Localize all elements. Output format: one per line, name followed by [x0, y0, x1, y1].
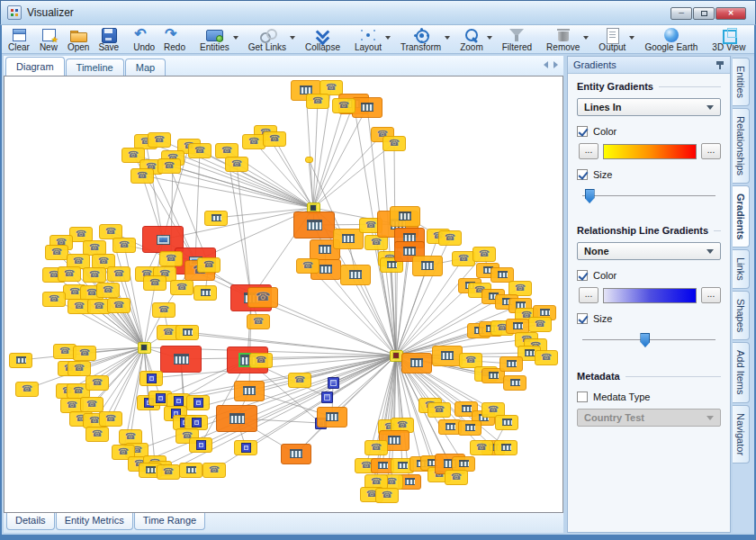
entity-gradient-combo[interactable]: Lines In: [577, 98, 721, 116]
entity-node[interactable]: [495, 415, 518, 430]
entity-node[interactable]: ☎: [528, 317, 552, 332]
side-tab-shapes[interactable]: Shapes: [733, 291, 750, 340]
entity-node[interactable]: ☎: [112, 238, 136, 253]
entity-node[interactable]: [401, 353, 432, 374]
entity-node[interactable]: [412, 256, 443, 276]
pin-icon[interactable]: [716, 60, 724, 70]
entity-node[interactable]: ☎: [296, 258, 320, 274]
entity-node[interactable]: [234, 440, 257, 455]
output-button[interactable]: Output: [594, 26, 634, 52]
filtered-button[interactable]: Filtered: [498, 26, 536, 52]
entity-gradient-start-color-button[interactable]: ...: [579, 143, 598, 159]
entity-node[interactable]: ☎: [143, 275, 166, 291]
maximize-button[interactable]: [693, 7, 715, 20]
entity-node[interactable]: ☎: [382, 136, 406, 151]
entity-node[interactable]: ☎: [263, 131, 286, 147]
relationship-size-checkbox[interactable]: [577, 313, 588, 324]
entity-node[interactable]: ☎: [107, 298, 130, 313]
entity-node[interactable]: ☎: [375, 488, 399, 503]
new-button[interactable]: New: [34, 26, 63, 52]
dropdown-arrow-icon[interactable]: [233, 36, 238, 40]
entity-node[interactable]: [160, 346, 202, 373]
tab-scroll-right-icon[interactable]: [554, 61, 558, 68]
entity-node[interactable]: ☎: [86, 427, 109, 442]
tab-timeline[interactable]: Timeline: [66, 58, 124, 76]
entity-node[interactable]: ☎: [288, 373, 311, 388]
entity-node[interactable]: [500, 356, 523, 372]
entity-node[interactable]: [9, 353, 32, 368]
entity-node[interactable]: [490, 267, 514, 283]
relationship-gradient-end-color-button[interactable]: ...: [701, 287, 721, 303]
entity-node[interactable]: ☎: [45, 245, 68, 260]
entity-node[interactable]: ☎: [158, 158, 181, 174]
dropdown-arrow-icon[interactable]: [445, 36, 450, 40]
relationship-gradient-combo[interactable]: None: [577, 242, 721, 260]
entity-node[interactable]: ☎: [364, 440, 388, 455]
entity-node[interactable]: [189, 437, 212, 453]
entity-node[interactable]: ☎: [472, 247, 496, 262]
side-tab-links[interactable]: Links: [733, 249, 750, 289]
entity-node[interactable]: ☎: [148, 132, 171, 148]
entity-node[interactable]: ☎: [249, 353, 273, 368]
entity-node[interactable]: ☎: [58, 266, 81, 282]
dropdown-arrow-icon[interactable]: [290, 36, 295, 40]
dropdown-arrow-icon[interactable]: [629, 36, 634, 40]
entity-node[interactable]: [452, 456, 475, 472]
entity-node[interactable]: ☎: [159, 251, 183, 266]
transform-button[interactable]: Transform: [396, 26, 450, 52]
entity-node[interactable]: [216, 405, 257, 432]
diagram-canvas[interactable]: ☎☎☎☎☎☎☎☎☎☎☎☎☎☎☎☎☎☎☎☎☎☎☎☎☎☎☎☎☎☎☎☎☎☎☎☎☎☎☎☎…: [4, 76, 563, 513]
redo-button[interactable]: ↷Redo: [159, 26, 190, 52]
entity-node[interactable]: ☎: [197, 257, 220, 273]
entity-node[interactable]: ☎: [152, 302, 176, 318]
entity-node[interactable]: [321, 392, 333, 403]
relationship-size-slider[interactable]: [580, 331, 717, 349]
entity-node[interactable]: ☎: [202, 463, 226, 478]
entity-node[interactable]: [281, 444, 311, 464]
entity-node[interactable]: ☎: [470, 440, 493, 455]
entity-node[interactable]: ☎: [83, 267, 106, 283]
metadata-type-checkbox[interactable]: [577, 392, 588, 402]
entity-node[interactable]: ☎: [119, 429, 142, 445]
3d-view-button[interactable]: 3D View: [707, 26, 750, 52]
open-button[interactable]: Open: [63, 26, 94, 52]
tab-diagram[interactable]: Diagram: [5, 57, 65, 76]
entity-node[interactable]: [340, 265, 371, 285]
layout-button[interactable]: Layout: [350, 26, 391, 52]
get-links-button[interactable]: Get Links: [244, 26, 295, 52]
entity-node[interactable]: ☎: [42, 292, 66, 307]
entity-node[interactable]: [293, 212, 335, 238]
entity-node[interactable]: ☎: [459, 353, 482, 368]
entity-node[interactable]: ☎: [107, 266, 130, 282]
entity-gradient-end-color-button[interactable]: ...: [701, 143, 721, 159]
entity-node[interactable]: ☎: [73, 346, 96, 361]
entity-node[interactable]: ☎: [247, 314, 270, 329]
entity-node[interactable]: [328, 377, 339, 389]
entity-node[interactable]: [186, 395, 210, 410]
relationship-gradient-start-color-button[interactable]: ...: [579, 287, 598, 303]
entity-node[interactable]: ☎: [80, 397, 104, 412]
entity-size-checkbox[interactable]: [577, 169, 588, 180]
google-earth-button[interactable]: Google Earth: [640, 26, 702, 52]
entity-node[interactable]: ☎: [188, 143, 212, 158]
entity-node[interactable]: [390, 206, 420, 227]
entity-node[interactable]: [194, 285, 217, 301]
tab-map[interactable]: Map: [125, 58, 166, 76]
tab-time-range[interactable]: Time Range: [134, 513, 206, 530]
side-tab-add-items[interactable]: Add Items: [733, 342, 750, 403]
entities-button[interactable]: Entities: [195, 26, 238, 52]
tab-details[interactable]: Details: [6, 513, 55, 530]
clear-button[interactable]: Clear: [4, 26, 34, 52]
side-tab-gradients[interactable]: Gradients: [733, 185, 750, 248]
entity-node[interactable]: ☎: [99, 224, 122, 239]
dropdown-arrow-icon[interactable]: [487, 36, 492, 40]
relationship-color-checkbox[interactable]: [577, 270, 588, 281]
entity-node[interactable]: ☎: [445, 470, 468, 485]
side-tab-relationships[interactable]: Relationships: [733, 108, 750, 184]
entity-node[interactable]: [176, 325, 199, 340]
entity-node[interactable]: [432, 346, 463, 366]
tab-scroll-left-icon[interactable]: [544, 61, 548, 68]
entity-color-checkbox[interactable]: [577, 126, 588, 137]
entity-node[interactable]: [140, 371, 163, 386]
remove-button[interactable]: Remove: [542, 26, 589, 52]
